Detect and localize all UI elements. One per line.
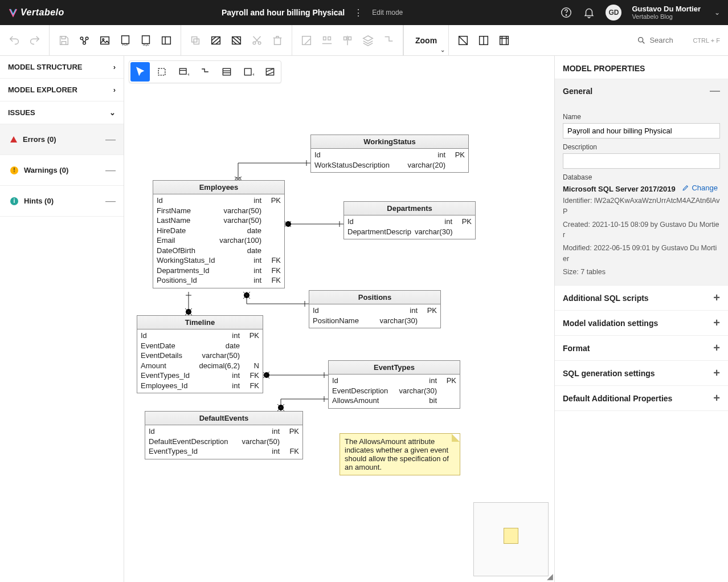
entity-workingstatus[interactable]: WorkingStatus IdintPKWorkStatusDescripti… <box>310 135 469 173</box>
error-icon <box>10 136 17 143</box>
minus-icon: — <box>710 85 720 97</box>
copy-icon[interactable] <box>189 34 202 47</box>
svg-line-63 <box>263 372 269 378</box>
area-tool[interactable] <box>260 62 280 82</box>
resize-handle-icon[interactable]: ◢ <box>547 572 553 581</box>
plus-icon: + <box>713 392 720 405</box>
cut-icon[interactable] <box>251 34 263 47</box>
svg-point-50 <box>285 221 291 227</box>
svg-point-18 <box>258 42 261 44</box>
column-row: IdintPK <box>157 196 281 206</box>
svg-text:PDF: PDF <box>122 43 129 46</box>
entity-departments[interactable]: Departments IdintPKDepartmentDescripvarc… <box>343 201 476 239</box>
chevron-right-icon: › <box>113 86 116 94</box>
marquee-tool[interactable] <box>152 62 171 82</box>
issues-panel[interactable]: ISSUES ⌄ <box>0 101 124 124</box>
align-h-icon[interactable] <box>321 34 333 47</box>
column-row: DateOfBirthdate <box>157 246 281 256</box>
section-format[interactable]: Format+ <box>555 336 728 360</box>
hints-row[interactable]: iHints (0) — <box>0 186 124 217</box>
entity-defaultevents[interactable]: DefaultEvents IdintPKDefaultEventDescrip… <box>145 411 303 459</box>
column-row: PositionNamevarchar(30) <box>313 316 437 326</box>
properties-title: MODEL PROPERTIES <box>555 56 728 79</box>
column-row: Employees_IdintFK <box>141 381 259 391</box>
entity-timeline[interactable]: Timeline IdintPKEventDatedateEventDetail… <box>137 315 263 393</box>
pdf-icon[interactable]: PDF <box>119 34 132 47</box>
entity-eventtypes[interactable]: EventTypes IdintPKEventDescriptionvarcha… <box>328 360 460 409</box>
entity-title: Employees <box>153 181 284 194</box>
entity-positions[interactable]: Positions IdintPKPositionNamevarchar(30) <box>309 290 441 328</box>
chevron-down-icon: ⌄ <box>109 108 116 117</box>
save-icon[interactable] <box>58 34 70 47</box>
database-label: Database <box>563 173 720 181</box>
relation-tool[interactable] <box>195 62 215 82</box>
warnings-row[interactable]: !Warnings (0) — <box>0 155 124 186</box>
model-name-input[interactable] <box>563 123 720 139</box>
layers-icon[interactable] <box>362 34 374 47</box>
svg-rect-13 <box>192 36 197 42</box>
user-menu[interactable]: Gustavo Du Mortier Vertabelo Blog <box>632 5 701 20</box>
zoom-dropdown[interactable]: Zoom ⌄ <box>403 25 449 55</box>
hatch2-icon[interactable] <box>230 34 243 47</box>
share-icon[interactable] <box>78 34 91 47</box>
sql-icon[interactable]: SQL <box>140 34 152 47</box>
model-structure-panel[interactable]: MODEL STRUCTURE › <box>0 56 124 79</box>
svg-point-54 <box>244 292 250 298</box>
model-description-input[interactable] <box>563 153 720 169</box>
errors-row[interactable]: Errors (0) — <box>0 124 124 155</box>
hint-icon: i <box>10 197 18 205</box>
app-name: Vertabelo <box>21 7 64 18</box>
undo-icon[interactable] <box>8 34 21 47</box>
section-default additional properties[interactable]: Default Additional Properties+ <box>555 386 728 410</box>
hatch1-icon[interactable] <box>210 34 222 47</box>
properties-panel: MODEL PROPERTIES General — Name Descript… <box>554 56 728 582</box>
route-icon[interactable] <box>382 34 395 47</box>
change-database-link[interactable]: Change <box>682 184 718 192</box>
search-box[interactable]: CTRL + F <box>629 36 728 45</box>
diagram-canvas[interactable]: + + Employee <box>124 56 554 582</box>
column-row: FirstNamevarchar(50) <box>157 206 281 216</box>
minimap[interactable] <box>473 502 549 576</box>
section-model validation settings[interactable]: Model validation settings+ <box>555 311 728 335</box>
delete-icon[interactable] <box>271 34 284 47</box>
user-org: Vertabelo Blog <box>632 13 701 20</box>
grid3-icon[interactable] <box>498 34 510 47</box>
document-menu-button[interactable]: ⋮ <box>351 7 365 18</box>
edit-mode-label[interactable]: Edit mode <box>372 9 403 17</box>
modified-text: Modified: 2022-06-15 09:01 by Gustavo Du… <box>563 243 720 264</box>
svg-rect-24 <box>349 36 351 40</box>
table-tool[interactable]: + <box>174 62 193 82</box>
identifier-text: Identifier: lW2a2QKwAxaWznUrrAtcM4AZAtn6… <box>563 196 720 217</box>
app-logo[interactable]: Vertabelo <box>8 7 64 18</box>
search-input[interactable] <box>649 36 689 44</box>
align-v-icon[interactable] <box>341 34 354 47</box>
bell-icon[interactable] <box>583 6 595 19</box>
image-icon[interactable] <box>99 34 111 47</box>
redo-icon[interactable] <box>28 34 41 47</box>
section-sql generation settings[interactable]: SQL generation settings+ <box>555 361 728 385</box>
panel-icon[interactable] <box>160 34 173 47</box>
avatar[interactable]: GD <box>606 5 621 21</box>
svg-point-34 <box>639 37 643 42</box>
canvas-note[interactable]: The AllowsAmount attribute indicates whe… <box>340 433 460 475</box>
grid2-icon[interactable] <box>477 34 490 47</box>
svg-rect-36 <box>158 68 165 75</box>
svg-point-1 <box>566 15 567 15</box>
general-section-header[interactable]: General — <box>555 79 728 103</box>
note-tool[interactable]: + <box>239 62 258 82</box>
help-icon[interactable] <box>560 6 572 19</box>
svg-rect-20 <box>324 36 326 40</box>
entity-employees[interactable]: Employees IdintPKFirstNamevarchar(50)Las… <box>153 180 285 288</box>
model-explorer-panel[interactable]: MODEL EXPLORER › <box>0 79 124 101</box>
column-row: Departments_IdintFK <box>157 266 281 276</box>
search-icon <box>637 36 646 45</box>
svg-text:+: + <box>187 72 189 78</box>
align1-icon[interactable] <box>300 34 313 47</box>
svg-text:+: + <box>252 72 254 78</box>
column-row: Emailvarchar(100) <box>157 235 281 246</box>
pointer-tool[interactable] <box>130 62 150 82</box>
grid1-icon[interactable] <box>457 34 469 47</box>
chevron-down-icon[interactable]: ⌄ <box>711 9 720 17</box>
view-tool[interactable] <box>217 62 236 82</box>
section-additional sql scripts[interactable]: Additional SQL scripts+ <box>555 286 728 310</box>
